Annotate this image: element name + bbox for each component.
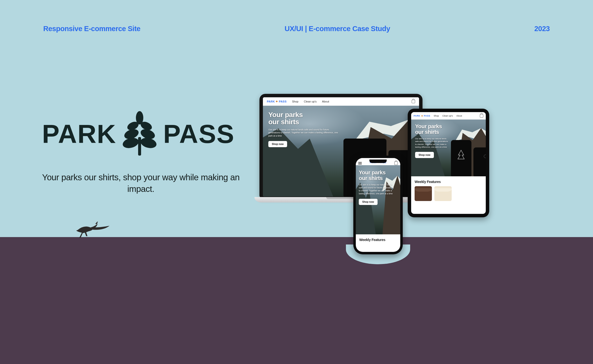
phone-viewport: PARK ✦ PASS Your parks	[356, 158, 400, 252]
case-study-hero-slide: Responsive E-commerce Site UX/UI | E-com…	[0, 0, 593, 364]
hero-copy: Your parks our shirts Our aim is to keep…	[359, 170, 395, 205]
hero-subtext: Our aim is to keep our natural lands saf…	[268, 128, 340, 138]
tablet-mockup: PARK ✦ PASS Shop Clean up's About	[408, 109, 489, 217]
hero-headline-l1: Your parks	[415, 123, 442, 129]
site-logo-pass: PASS	[279, 100, 287, 103]
site-logo-pass: PASS	[424, 115, 430, 117]
brand-logo: PARK PASS	[42, 111, 240, 157]
header-row: Responsive E-commerce Site UX/UI | E-com…	[43, 25, 550, 33]
header-center: UX/UI | E-commerce Case Study	[285, 25, 390, 33]
tree-icon	[121, 111, 158, 157]
hero-section: Your parks our shirts Our aim is to keep…	[411, 120, 486, 176]
svg-rect-0	[138, 137, 141, 156]
nav-link-shop[interactable]: Shop	[292, 100, 298, 103]
nav-link-cleanups[interactable]: Clean up's	[442, 115, 453, 117]
shop-now-button[interactable]: Shop now	[415, 152, 434, 158]
site-navbar: PARK ✦ PASS Shop Clean up's About	[263, 97, 419, 106]
brand-block: PARK PASS Your parks our sh	[42, 111, 240, 195]
header-right: 2023	[534, 25, 550, 33]
hero-section: Your parks our shirts Our aim is to keep…	[356, 165, 400, 234]
hoodie-graphic	[451, 140, 471, 176]
nav-link-about[interactable]: About	[322, 100, 329, 103]
phone-mockup: PARK ✦ PASS Your parks	[353, 156, 403, 254]
hero-headline-l2: our shirts	[359, 175, 382, 181]
brand-word-park: PARK	[42, 121, 116, 147]
laptop-trackpad-notch	[326, 197, 356, 199]
cart-icon[interactable]	[394, 162, 398, 165]
site-logo-tree-icon: ✦	[421, 115, 423, 117]
svg-point-6	[122, 136, 140, 150]
features-section: Weekly Features	[411, 176, 486, 204]
cart-icon[interactable]	[480, 114, 483, 118]
hero-headline-l1: Your parks	[268, 111, 303, 119]
hero-headline-l2: our shirts	[268, 118, 299, 126]
roadrunner-icon	[75, 219, 110, 239]
crewneck-graphic	[473, 147, 486, 176]
device-mockups: PARK ✦ PASS Shop Clean up's About	[254, 94, 539, 262]
brand-word-pass: PASS	[163, 121, 234, 147]
feature-card[interactable]	[434, 186, 452, 201]
menu-icon[interactable]	[358, 162, 362, 164]
shop-now-button[interactable]: Shop now	[359, 199, 378, 205]
features-heading: Weekly Features	[359, 238, 397, 242]
site-navbar: PARK ✦ PASS Shop Clean up's About	[411, 112, 486, 120]
svg-point-7	[140, 136, 158, 150]
phone-notch	[369, 160, 387, 163]
hero-headline: Your parks our shirts	[268, 111, 341, 126]
site-logo-park: PARK	[414, 115, 420, 117]
hero-headline: Your parks our shirts	[359, 170, 395, 181]
tablet-viewport: PARK ✦ PASS Shop Clean up's About	[411, 112, 486, 214]
hero-headline-l2: our shirts	[415, 129, 439, 135]
nav-link-cleanups[interactable]: Clean up's	[304, 100, 317, 103]
site-logo-park: PARK	[267, 100, 275, 103]
feature-card[interactable]	[415, 186, 432, 201]
tagline: Your parks our shirts, shop your way whi…	[42, 171, 240, 195]
site-logo[interactable]: PARK ✦ PASS	[267, 100, 287, 103]
site-logo-tree-icon: ✦	[275, 100, 278, 103]
hero-headline: Your parks our shirts	[415, 123, 448, 135]
features-section: Weekly Features	[356, 234, 400, 245]
features-heading: Weekly Features	[415, 180, 482, 184]
shop-now-button[interactable]: Shop now	[268, 141, 287, 147]
hero-merch-image	[451, 128, 486, 177]
hero-copy: Your parks our shirts Our aim is to keep…	[268, 111, 341, 147]
nav-link-shop[interactable]: Shop	[434, 115, 439, 117]
hero-subtext: Our aim is to keep our natural lands saf…	[415, 137, 448, 148]
hero-copy: Your parks our shirts Our aim is to keep…	[415, 123, 448, 158]
hero-headline-l1: Your parks	[359, 169, 385, 176]
cart-icon[interactable]	[412, 100, 415, 103]
header-left: Responsive E-commerce Site	[43, 25, 140, 33]
site-logo[interactable]: PARK ✦ PASS	[414, 115, 430, 117]
nav-link-about[interactable]: About	[456, 115, 462, 117]
features-row	[415, 186, 482, 201]
hero-subtext: Our aim is to keep our natural lands saf…	[359, 183, 395, 195]
